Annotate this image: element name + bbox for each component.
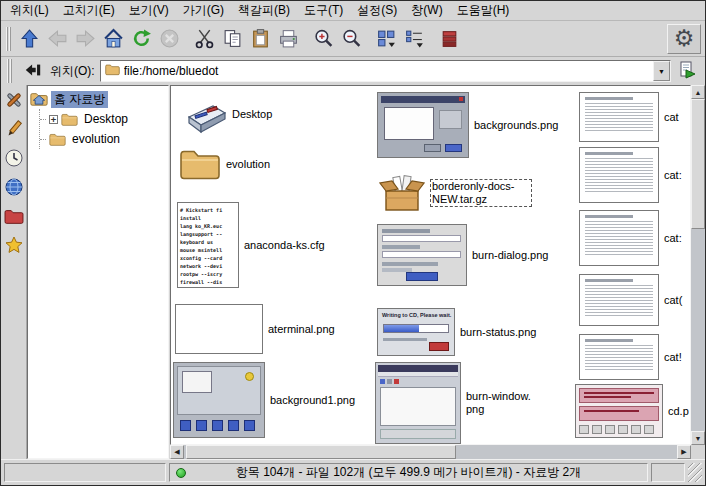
clear-location-icon bbox=[24, 61, 42, 82]
icon-view-icon bbox=[376, 28, 397, 49]
toolbar-print-button[interactable] bbox=[275, 26, 301, 52]
icon-view[interactable]: Desktopevolution# Kickstart fiinstalllan… bbox=[170, 85, 691, 445]
location-value[interactable]: file:/home/bluedot bbox=[124, 64, 649, 78]
file-item[interactable]: # Kickstart fiinstalllang ko_KR.euclangs… bbox=[177, 202, 325, 288]
toolbar-up-button[interactable] bbox=[16, 26, 42, 52]
toolbar-handle[interactable] bbox=[6, 27, 11, 51]
clear-location-button[interactable] bbox=[21, 59, 45, 83]
menu-item-9[interactable]: 도움말(H) bbox=[450, 0, 517, 21]
status-bar: 항목 104개 - 파일 102개 (모두 499.9 메가 바이트개) - 자… bbox=[1, 459, 705, 485]
resize-grip[interactable] bbox=[688, 463, 702, 482]
scroll-down-icon[interactable]: ▼ bbox=[691, 431, 705, 445]
sidebar-tab-root-folder[interactable] bbox=[3, 207, 25, 229]
menu-item-3[interactable]: 보기(V) bbox=[122, 0, 176, 21]
toolbar-stop-button[interactable] bbox=[156, 26, 182, 52]
image-preview-dialog bbox=[377, 92, 469, 158]
toolbar-zoom-in-button[interactable] bbox=[310, 26, 336, 52]
home-icon bbox=[103, 28, 124, 49]
file-item[interactable]: cat: bbox=[579, 147, 682, 203]
file-item[interactable]: Desktop bbox=[183, 92, 272, 136]
image-preview-player bbox=[575, 384, 663, 438]
file-label: cat: bbox=[664, 169, 682, 181]
locationbar-handle[interactable] bbox=[7, 59, 12, 83]
status-led-icon bbox=[176, 468, 186, 478]
tree-connector bbox=[40, 119, 46, 120]
toolbar-reload-button[interactable] bbox=[128, 26, 154, 52]
menu-item-8[interactable]: 창(W) bbox=[404, 0, 449, 21]
vertical-scroll-track[interactable] bbox=[691, 99, 705, 431]
vertical-scrollbar[interactable]: ▲ ▼ bbox=[691, 85, 705, 445]
file-item[interactable]: burn-window.png bbox=[375, 362, 534, 444]
file-label: aterminal.png bbox=[268, 323, 335, 335]
file-label: backgrounds.png bbox=[474, 119, 558, 131]
file-item[interactable]: cat: bbox=[579, 210, 682, 266]
globe-icon bbox=[4, 177, 24, 201]
go-button[interactable] bbox=[676, 59, 700, 83]
file-label: cd.p bbox=[668, 405, 689, 417]
folder-icon bbox=[61, 112, 78, 127]
toolbar-back-button[interactable] bbox=[44, 26, 70, 52]
file-item[interactable]: evolution bbox=[179, 146, 270, 182]
home-folder-icon bbox=[30, 91, 48, 107]
toolbar-list-view-button[interactable] bbox=[401, 26, 427, 52]
file-item[interactable]: cat( bbox=[579, 274, 682, 326]
file-item[interactable]: burn-dialog.png bbox=[377, 224, 548, 286]
menu-item-6[interactable]: 도구(T) bbox=[297, 0, 350, 21]
image-preview-text bbox=[579, 334, 659, 380]
status-main-panel: 항목 104개 - 파일 102개 (모두 499.9 메가 바이트개) - 자… bbox=[169, 463, 648, 482]
location-dropdown-icon[interactable]: ▼ bbox=[653, 61, 670, 81]
horizontal-scroll-thumb[interactable] bbox=[186, 445, 456, 459]
sidebar-tab-edit[interactable] bbox=[3, 120, 25, 142]
scrollbar-corner bbox=[691, 445, 705, 459]
clock-icon bbox=[4, 148, 24, 172]
file-item[interactable]: backgrounds.png bbox=[377, 92, 558, 158]
main-toolbar: ⚙ bbox=[1, 21, 705, 57]
sidebar-tab-services[interactable] bbox=[3, 91, 25, 113]
tree-connector bbox=[40, 139, 46, 140]
toolbar-cut-button[interactable] bbox=[191, 26, 217, 52]
konqueror-window: 위치(L)고치기(E)보기(V)가기(G)책갈피(B)도구(T)설정(S)창(W… bbox=[0, 0, 706, 486]
sidebar-tab-bookmarks[interactable] bbox=[3, 236, 25, 258]
konqueror-gear-icon: ⚙ bbox=[667, 24, 701, 54]
menu-item-5[interactable]: 책갈피(B) bbox=[231, 0, 297, 21]
toolbar-copy-button[interactable] bbox=[219, 26, 245, 52]
scroll-up-icon[interactable]: ▲ bbox=[691, 85, 705, 99]
toolbar-home-button[interactable] bbox=[100, 26, 126, 52]
sidebar-tab-network[interactable] bbox=[3, 178, 25, 200]
up-arrow-icon bbox=[19, 28, 40, 49]
list-view-icon bbox=[404, 28, 425, 49]
back-arrow-icon bbox=[47, 28, 68, 49]
tree-item-1[interactable]: +Desktop bbox=[40, 109, 166, 129]
text-preview: # Kickstart fiinstalllang ko_KR.euclangs… bbox=[177, 202, 239, 288]
scroll-left-icon[interactable]: ◀ bbox=[170, 445, 184, 459]
menu-item-7[interactable]: 설정(S) bbox=[350, 0, 404, 21]
horizontal-scrollbar[interactable]: ◀ ▶ bbox=[170, 445, 691, 459]
toolbar-forward-button[interactable] bbox=[72, 26, 98, 52]
toolbar-paste-button[interactable] bbox=[247, 26, 273, 52]
file-item[interactable]: cat bbox=[579, 92, 679, 142]
menu-item-2[interactable]: 고치기(E) bbox=[56, 0, 122, 21]
file-item[interactable]: cat! bbox=[579, 334, 682, 380]
sidebar-tabstrip bbox=[1, 85, 27, 459]
tree-expander-icon[interactable]: + bbox=[49, 115, 58, 124]
location-combobox[interactable]: file:/home/bluedot ▼ bbox=[100, 60, 671, 82]
file-item[interactable]: background1.png bbox=[173, 362, 355, 438]
menu-item-1[interactable]: 위치(L) bbox=[3, 0, 56, 21]
vertical-scroll-thumb[interactable] bbox=[691, 99, 705, 229]
tree-item-home[interactable]: 홈 자료방 bbox=[30, 89, 166, 109]
scroll-right-icon[interactable]: ▶ bbox=[677, 445, 691, 459]
file-item[interactable]: borderonly-docs-NEW.tar.gz bbox=[379, 172, 532, 214]
tree-item-2[interactable]: evolution bbox=[40, 129, 166, 149]
horizontal-scroll-track[interactable] bbox=[184, 445, 677, 459]
file-label: burn-dialog.png bbox=[472, 249, 548, 261]
file-item[interactable]: cd.p bbox=[575, 384, 689, 438]
sidebar-tab-history[interactable] bbox=[3, 149, 25, 171]
file-item[interactable]: aterminal.png bbox=[175, 304, 335, 354]
menu-item-4[interactable]: 가기(G) bbox=[176, 0, 231, 21]
toolbar-delete-button[interactable] bbox=[436, 26, 462, 52]
toolbar-icon-view-button[interactable] bbox=[373, 26, 399, 52]
file-item[interactable]: Writing to CD, Please wait.burn-status.p… bbox=[377, 308, 536, 356]
image-preview-text bbox=[579, 92, 659, 142]
toolbar-zoom-out-button[interactable] bbox=[338, 26, 364, 52]
file-label: evolution bbox=[226, 158, 270, 170]
